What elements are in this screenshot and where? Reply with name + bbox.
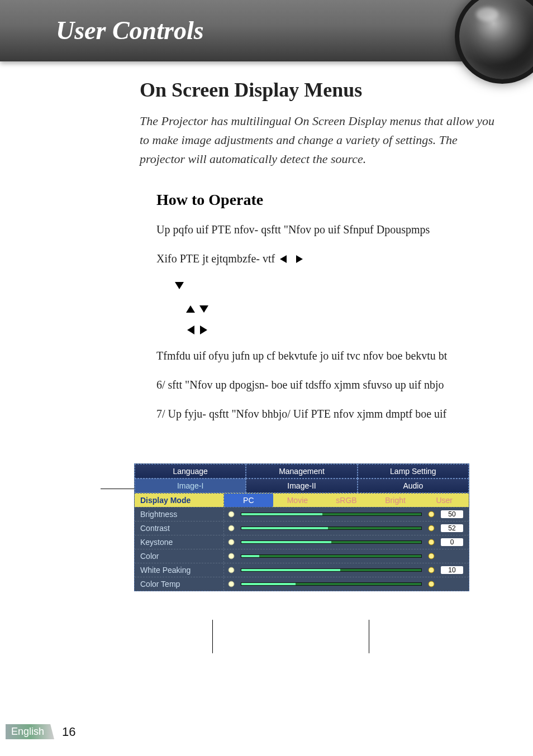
svg-point-17 (229, 581, 234, 587)
svg-marker-5 (187, 326, 194, 334)
osd-row-label: Keystone (135, 535, 224, 549)
slider-track[interactable] (241, 554, 422, 558)
slider-left-icon (226, 566, 236, 574)
step-5: 6/ sftt "Nfov up dpogjsn- boe uif tdsffo… (156, 374, 499, 395)
section-intro: The Projector has multilingual On Screen… (140, 112, 499, 169)
osd-mode-option[interactable]: Bright (371, 494, 420, 507)
svg-point-12 (429, 539, 434, 545)
section-heading: On Screen Display Menus (140, 78, 499, 102)
callout-line-bottom-1 (212, 620, 213, 653)
osd-tab[interactable]: Image-II (246, 479, 357, 493)
step-6-text: Up fyju- qsftt "Nfov bhbjo/ Uif PTE nfov… (168, 408, 447, 420)
slider-track[interactable] (241, 527, 422, 530)
osd-mode-list: PCMoviesRGBBrightUser (224, 494, 469, 507)
osd-row-label: Contrast (135, 521, 224, 535)
arrow-left-icon (278, 252, 293, 265)
step-4: Tfmfdu uif ofyu jufn up cf bekvtufe jo u… (156, 345, 499, 366)
arrow-group-icon (184, 300, 499, 343)
svg-marker-4 (199, 305, 208, 313)
slider-right-icon (426, 566, 436, 574)
osd-mode-option[interactable]: Movie (273, 494, 322, 507)
step-5-num: 6/ (156, 379, 165, 391)
osd-row[interactable]: Keystone0 (135, 535, 469, 549)
page-header: User Controls (0, 0, 533, 61)
step-6-num: 7/ (156, 408, 165, 420)
subsection-heading: How to Operate (156, 191, 499, 209)
footer-language: English (6, 724, 54, 739)
osd-row-label: Display Mode (135, 494, 224, 507)
svg-marker-6 (200, 326, 207, 334)
svg-marker-2 (175, 282, 184, 289)
slider-value: 0 (441, 538, 463, 546)
osd-row-label: Color Temp (135, 577, 224, 591)
slider-left-icon (226, 580, 236, 588)
step-1: Up pqfo uif PTE nfov- qsftt "Nfov po uif… (156, 219, 499, 240)
callout-line-bottom-2 (369, 620, 369, 653)
osd-row-label: Color (135, 549, 224, 563)
osd-slider[interactable]: 52 (224, 523, 469, 533)
step-2-text: Xifo PTE jt ejtqmbzfe- vtf (156, 252, 275, 265)
osd-tab[interactable]: Lamp Setting (358, 464, 469, 479)
slider-right-icon (426, 510, 436, 518)
steps-list: Up pqfo uif PTE nfov- qsftt "Nfov po uif… (156, 219, 499, 424)
osd-body: Display ModePCMoviesRGBBrightUserBrightn… (135, 493, 469, 591)
osd-slider[interactable]: 0 (224, 537, 469, 547)
slider-right-icon (426, 538, 436, 546)
slider-right-icon (426, 580, 436, 588)
slider-track[interactable] (241, 568, 422, 572)
slider-right-icon (426, 524, 436, 532)
slider-left-icon (226, 524, 236, 532)
osd-row[interactable]: Color (135, 549, 469, 563)
osd-slider[interactable] (224, 551, 469, 561)
osd-tab[interactable]: Audio (358, 479, 469, 493)
svg-point-9 (229, 525, 234, 531)
osd-tab[interactable]: Language (135, 464, 246, 479)
step-5-text: sftt "Nfov up dpogjsn- boe uif tdsffo xj… (168, 379, 444, 391)
osd-row[interactable]: Display ModePCMoviesRGBBrightUser (135, 493, 469, 507)
slider-value: 50 (441, 510, 463, 518)
slider-left-icon (226, 510, 236, 518)
svg-point-10 (429, 525, 434, 531)
svg-point-13 (229, 553, 234, 559)
slider-left-icon (226, 552, 236, 560)
svg-point-7 (229, 511, 234, 517)
osd-mode-option[interactable]: User (420, 494, 469, 507)
slider-value: 52 (441, 524, 463, 532)
osd-slider[interactable]: 50 (224, 509, 469, 519)
osd-row[interactable]: Brightness50 (135, 507, 469, 521)
slider-left-icon (226, 538, 236, 546)
osd-menu: LanguageManagementLamp Setting Image-IIm… (134, 463, 469, 591)
svg-point-11 (229, 539, 234, 545)
osd-row[interactable]: Color Temp (135, 577, 469, 591)
svg-marker-0 (280, 255, 287, 263)
step-2: Xifo PTE jt ejtqmbzfe- vtf (156, 248, 499, 269)
header-title: User Controls (0, 0, 533, 45)
osd-row[interactable]: White Peaking10 (135, 563, 469, 577)
osd-tab[interactable]: Management (246, 464, 357, 479)
osd-mode-option[interactable]: sRGB (322, 494, 371, 507)
svg-point-18 (429, 581, 434, 587)
osd-tab-row-2: Image-IImage-IIAudio (135, 479, 469, 493)
callout-line-left (101, 489, 134, 489)
osd-slider[interactable] (224, 579, 469, 589)
arrow-right-icon (293, 252, 305, 265)
arrow-down-icon (173, 277, 499, 298)
slider-value: 10 (441, 566, 463, 574)
svg-point-15 (229, 567, 234, 573)
osd-tab[interactable]: Image-I (135, 479, 246, 493)
page-footer: English 16 (6, 724, 76, 739)
slider-right-icon (426, 552, 436, 560)
footer-page-number: 16 (62, 725, 75, 739)
osd-row[interactable]: Contrast52 (135, 521, 469, 535)
svg-marker-3 (186, 305, 195, 313)
svg-marker-1 (296, 255, 303, 263)
step-6: 7/ Up fyju- qsftt "Nfov bhbjo/ Uif PTE n… (156, 403, 499, 424)
svg-point-14 (429, 553, 434, 559)
slider-track[interactable] (241, 582, 422, 586)
osd-mode-option[interactable]: PC (224, 494, 273, 507)
osd-row-label: Brightness (135, 508, 224, 521)
page-content: On Screen Display Menus The Projector ha… (0, 61, 533, 591)
slider-track[interactable] (241, 513, 422, 516)
osd-slider[interactable]: 10 (224, 565, 469, 575)
slider-track[interactable] (241, 540, 422, 544)
